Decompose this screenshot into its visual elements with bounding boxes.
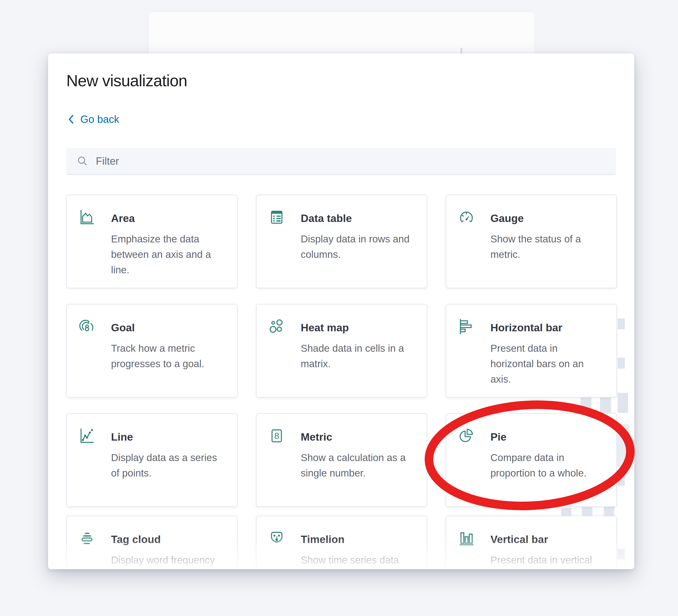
vis-card-area[interactable]: Area Emphasize the data between an axis … [66,195,237,288]
vis-card-tag-cloud[interactable]: Tag cloud Display word frequency with fo… [66,516,237,569]
card-description: Show time series data on a graph. [301,552,420,569]
timelion-icon [268,530,285,547]
page-background: New visualization Go back [0,0,678,616]
pie-chart-icon [458,428,475,444]
card-description: Present data in horizontal bars on an ax… [490,341,609,387]
card-title: Line [111,431,133,443]
card-title: Pie [490,431,506,443]
card-title: Metric [301,431,332,443]
chevron-left-icon [67,114,75,124]
search-icon [76,155,89,167]
go-back-link[interactable]: Go back [67,113,119,125]
watermark-block [617,318,625,330]
card-description: Display data as a series of points. [111,450,230,481]
watermark-block [617,475,625,486]
watermark-block [617,358,625,369]
vis-card-goal[interactable]: Goal Track how a metric progresses to a … [66,304,237,397]
filter-input[interactable] [89,148,616,174]
card-title: Area [111,212,135,225]
card-description: Shade data in cells in a matrix. [301,341,420,372]
go-back-label: Go back [80,113,119,125]
vis-card-metric[interactable]: 8 Metric Show a calculation as a single … [256,413,427,507]
watermark-block [617,393,628,413]
card-description: Present data in vertical bars on an axis… [490,552,609,569]
gauge-icon [458,209,475,226]
card-description: Track how a metric progresses to a goal. [111,341,230,372]
visualization-grid: Area Emphasize the data between an axis … [66,195,616,569]
watermark-block [617,549,625,560]
vis-card-gauge[interactable]: Gauge Show the status of a metric. [446,195,617,288]
vis-card-vertical-bar[interactable]: Vertical bar Present data in vertical ba… [446,516,617,569]
vis-card-line[interactable]: Line Display data as a series of points. [66,413,237,507]
tag-cloud-icon [79,530,95,547]
card-description: Show a calculation as a single number. [301,450,420,481]
card-description: Display word frequency with font size. [111,552,230,569]
card-title: Vertical bar [490,533,548,546]
card-title: Timelion [301,533,344,546]
new-visualization-modal: New visualization Go back [48,53,634,569]
card-description: Emphasize the data between an axis and a… [111,231,230,278]
vertical-bar-icon [458,530,475,547]
card-description: Display data in rows and columns. [301,231,420,262]
vis-card-data-table[interactable]: Data table Display data in rows and colu… [256,195,427,288]
vis-card-timelion[interactable]: Timelion Show time series data on a grap… [256,516,427,569]
vis-card-pie[interactable]: Pie Compare data in proportion to a whol… [446,413,617,507]
card-title: Horizontal bar [490,321,562,334]
goal-icon [79,318,95,335]
filter-search-box [66,148,616,175]
modal-title: New visualization [66,71,187,90]
metric-icon: 8 [268,428,285,444]
card-title: Tag cloud [111,533,161,546]
card-description: Compare data in proportion to a whole. [490,450,609,481]
svg-text:8: 8 [274,431,279,441]
line-chart-icon [79,428,95,444]
card-title: Heat map [301,321,349,334]
heat-map-icon [268,318,285,335]
vis-card-horizontal-bar[interactable]: Horizontal bar Present data in horizonta… [446,304,617,397]
area-chart-icon [79,209,95,226]
vis-card-heat-map[interactable]: Heat map Shade data in cells in a matrix… [256,304,427,397]
card-description: Show the status of a metric. [490,231,609,262]
card-title: Data table [301,212,352,225]
watermark-block [617,424,630,467]
card-title: Gauge [490,212,524,225]
data-table-icon [268,209,285,226]
horizontal-bar-icon [458,318,475,335]
card-title: Goal [111,321,135,334]
